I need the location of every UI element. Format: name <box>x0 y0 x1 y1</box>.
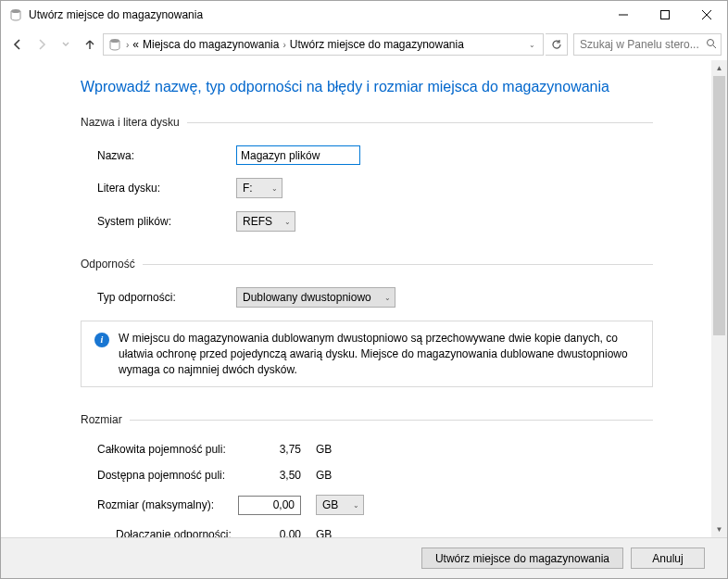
chevron-down-icon: ⌄ <box>353 501 359 510</box>
back-button[interactable] <box>6 33 29 56</box>
max-size-label: Rozmiar (maksymalny): <box>97 498 236 511</box>
chevron-down-icon: ⌄ <box>271 184 278 193</box>
window-title: Utwórz miejsce do magazynowania <box>29 8 203 21</box>
resiliency-info-text: W miejscu do magazynowania dublowanym dw… <box>119 331 639 377</box>
svg-point-0 <box>11 9 20 13</box>
chevron-down-icon: ⌄ <box>284 218 291 226</box>
max-size-input[interactable] <box>238 496 301 515</box>
legend-size: Rozmiar <box>81 413 130 426</box>
chevron-right-icon: › <box>126 40 129 50</box>
svg-line-7 <box>713 45 716 48</box>
including-resiliency-unit: GB <box>316 528 353 537</box>
chevron-right-icon: › <box>282 40 285 50</box>
resiliency-type-select[interactable]: Dublowany dwustopniowo⌄ <box>236 287 395 308</box>
breadcrumb-dropdown[interactable]: ⌄ <box>525 41 539 49</box>
resiliency-type-label: Typ odporności: <box>97 291 236 304</box>
drive-letter-label: Litera dysku: <box>97 182 236 195</box>
scroll-down-arrow[interactable]: ▼ <box>711 522 727 537</box>
breadcrumb-icon <box>107 37 122 52</box>
filesystem-label: System plików: <box>97 215 236 228</box>
maximize-button[interactable] <box>644 1 685 29</box>
scroll-thumb[interactable] <box>713 76 725 335</box>
breadcrumb[interactable]: › « Miejsca do magazynowania › Utwórz mi… <box>103 33 544 56</box>
search-icon[interactable] <box>706 38 717 52</box>
total-capacity-value: 3,75 <box>236 443 301 456</box>
page-heading: Wprowadź nazwę, typ odporności na błędy … <box>81 79 653 95</box>
resiliency-info-box: i W miejscu do magazynowania dublowanym … <box>81 321 653 387</box>
available-capacity-unit: GB <box>316 469 353 482</box>
section-resiliency: Odporność Typ odporności: Dublowany dwus… <box>81 258 653 400</box>
up-button[interactable] <box>79 33 101 56</box>
total-capacity-unit: GB <box>316 443 353 456</box>
app-icon <box>8 7 23 22</box>
breadcrumb-item-1[interactable]: Miejsca do magazynowania <box>143 38 279 51</box>
svg-point-6 <box>708 40 714 46</box>
svg-point-5 <box>110 39 119 43</box>
breadcrumb-item-2[interactable]: Utwórz miejsce do magazynowania <box>290 38 464 51</box>
legend-resiliency: Odporność <box>81 258 143 271</box>
filesystem-select[interactable]: REFS⌄ <box>236 211 295 232</box>
including-resiliency-label: Dołączanie odporności: <box>116 528 236 537</box>
cancel-button[interactable]: Anuluj <box>631 548 705 569</box>
main-content: Wprowadź nazwę, typ odporności na błędy … <box>1 60 727 537</box>
including-resiliency-value: 0,00 <box>236 528 301 537</box>
legend-name: Nazwa i litera dysku <box>81 116 187 129</box>
search-input[interactable] <box>580 34 702 55</box>
section-name-drive: Nazwa i litera dysku Nazwa: Litera dysku… <box>81 116 653 245</box>
forward-button[interactable] <box>31 33 53 56</box>
drive-letter-select[interactable]: F:⌄ <box>236 178 282 198</box>
available-capacity-value: 3,50 <box>236 469 301 482</box>
available-capacity-label: Dostępna pojemność puli: <box>97 469 236 482</box>
titlebar: Utwórz miejsce do magazynowania <box>1 1 727 29</box>
navbar: › « Miejsca do magazynowania › Utwórz mi… <box>1 29 727 60</box>
vertical-scrollbar[interactable]: ▲ ▼ <box>711 60 727 537</box>
footer: Utwórz miejsce do magazynowania Anuluj <box>1 537 727 578</box>
name-label: Nazwa: <box>97 149 236 162</box>
max-size-unit-select[interactable]: GB⌄ <box>316 495 364 515</box>
info-icon: i <box>94 333 109 347</box>
search-box[interactable] <box>573 33 722 56</box>
chevron-down-icon: ⌄ <box>384 294 391 302</box>
recent-dropdown[interactable] <box>55 33 77 56</box>
name-input[interactable] <box>236 145 360 165</box>
create-button[interactable]: Utwórz miejsce do magazynowania <box>421 548 623 569</box>
svg-rect-2 <box>660 11 669 19</box>
scroll-up-arrow[interactable]: ▲ <box>711 60 727 76</box>
total-capacity-label: Całkowita pojemność puli: <box>97 443 236 456</box>
minimize-button[interactable] <box>602 1 644 29</box>
close-button[interactable] <box>685 1 727 29</box>
refresh-button[interactable] <box>546 33 568 56</box>
breadcrumb-prefix: « <box>132 38 139 51</box>
section-size: Rozmiar Całkowita pojemność puli: 3,75 G… <box>81 413 653 537</box>
